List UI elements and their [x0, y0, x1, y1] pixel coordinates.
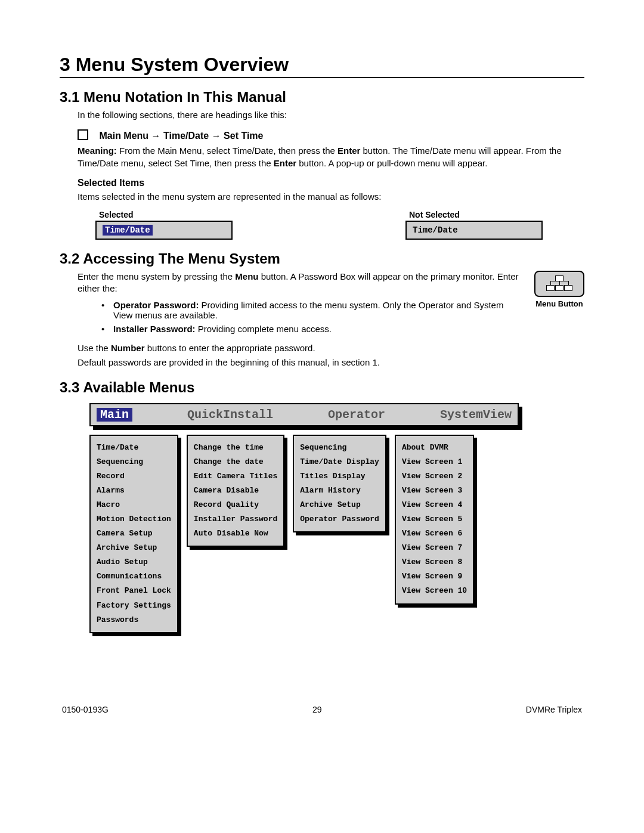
menu-col-systemview: About DVMRView Screen 1View Screen 2View…: [395, 435, 474, 605]
menu-item: Change the time: [194, 441, 277, 455]
page-footer: 0150-0193G 29 DVMRe Triplex: [60, 705, 584, 714]
menu-button-figure: Menu Button: [534, 271, 584, 308]
number-buttons-p: Use the Number buttons to enter the appr…: [78, 342, 584, 354]
menu-item: Sequencing: [97, 455, 171, 469]
menu-button-caption: Menu Button: [534, 299, 584, 308]
selected-cell: Time/Date: [95, 221, 233, 240]
not-selected-header: Not Selected: [405, 209, 543, 221]
menu-tabs-bar: Main QuickInstall Operator SystemView: [89, 403, 519, 426]
menu-item: Alarm History: [300, 484, 379, 498]
menu-bold: Menu: [235, 271, 258, 281]
menu-path-example: Main Menu → Time/Date → Set Time: [78, 129, 584, 141]
menu-item: Communications: [97, 569, 171, 584]
chapter-title: 3 Menu System Overview: [60, 54, 584, 78]
section-32-title: 3.2 Accessing The Menu System: [60, 250, 584, 267]
number-bold: Number: [111, 343, 145, 353]
selected-items-heading: Selected Items: [78, 178, 584, 188]
menu-item: View Screen 8: [402, 555, 467, 569]
menu-item: View Screen 2: [402, 469, 467, 484]
meaning-text-1: From the Main Menu, select Time/Date, th…: [117, 145, 338, 156]
menu-item: Factory Settings: [97, 599, 171, 613]
menu-item: View Screen 1: [402, 455, 467, 469]
menu-col-operator: SequencingTime/Date DisplayTitles Displa…: [293, 435, 386, 532]
menu-item: Camera Disable: [194, 484, 277, 498]
available-menus-figure: Main QuickInstall Operator SystemView Ti…: [89, 403, 519, 633]
section-31-intro: In the following sections, there are hea…: [78, 109, 584, 121]
menu-item: Record: [97, 469, 171, 484]
menu-item: View Screen 3: [402, 484, 467, 498]
meaning-label: Meaning:: [78, 145, 117, 156]
meaning-text-3: button. A pop-up or pull-down menu will …: [296, 158, 487, 168]
selected-items-text: Items selected in the menu system are re…: [78, 191, 584, 203]
installer-password-text: Providing complete menu access.: [196, 324, 332, 334]
operator-password-label: Operator Password:: [113, 300, 199, 310]
menu-item: Record Quality: [194, 498, 277, 512]
menu-item: Change the date: [194, 455, 277, 469]
menu-col-quickinstall: Change the timeChange the dateEdit Camer…: [187, 435, 284, 547]
menu-item: Audio Setup: [97, 555, 171, 569]
selected-table: Selected Time/Date Not Selected Time/Dat…: [95, 209, 584, 240]
menu-item: Camera Setup: [97, 527, 171, 541]
menu-item: View Screen 7: [402, 541, 467, 555]
p2b: buttons to enter the appropriate passwor…: [145, 343, 315, 353]
bullet-icon: •: [101, 324, 113, 334]
menu-item: Sequencing: [300, 441, 379, 455]
bullet-icon: •: [101, 300, 113, 320]
enter-bold-1: Enter: [338, 145, 360, 156]
menu-item: Archive Setup: [300, 498, 379, 512]
menu-item: Time/Date: [97, 441, 171, 455]
menu-item: View Screen 6: [402, 527, 467, 541]
not-selected-value: Time/Date: [413, 225, 458, 235]
footer-center: 29: [312, 705, 322, 714]
section-32-p1: Enter the menu system by pressing the Me…: [78, 271, 584, 295]
menu-item: Front Panel Lock: [97, 584, 171, 598]
bullet-operator: • Operator Password: Providing limited a…: [101, 300, 522, 320]
menu-item: Edit Camera Titles: [194, 469, 277, 484]
checkbox-icon: [78, 129, 88, 140]
selected-value: Time/Date: [103, 225, 153, 236]
footer-right: DVMRe Triplex: [526, 705, 582, 714]
menu-item: View Screen 10: [402, 584, 467, 598]
tab-operator: Operator: [328, 408, 385, 422]
footer-left: 0150-0193G: [62, 705, 109, 714]
menu-item: About DVMR: [402, 441, 467, 455]
menu-item: Archive Setup: [97, 541, 171, 555]
section-33-title: 3.3 Available Menus: [60, 379, 584, 396]
menu-item: View Screen 9: [402, 569, 467, 584]
menu-item: Passwords: [97, 613, 171, 627]
menu-item: View Screen 4: [402, 498, 467, 512]
p2a: Use the: [78, 343, 111, 353]
installer-password-label: Installer Password:: [113, 324, 196, 334]
menu-col-main: Time/DateSequencingRecordAlarmsMacroMoti…: [89, 435, 178, 633]
not-selected-cell: Time/Date: [405, 221, 543, 240]
menu-item: Auto Disable Now: [194, 527, 277, 541]
bullet-installer: • Installer Password: Providing complete…: [101, 324, 584, 334]
menu-item: Alarms: [97, 484, 171, 498]
menu-button-icon: [534, 271, 584, 297]
menu-item: Operator Password: [300, 512, 379, 527]
menu-path-text: Main Menu → Time/Date → Set Time: [99, 131, 263, 141]
menu-item: Time/Date Display: [300, 455, 379, 469]
password-bullets: • Operator Password: Providing limited a…: [101, 300, 584, 337]
tab-main: Main: [97, 408, 132, 422]
meaning-paragraph: Meaning: From the Main Menu, select Time…: [78, 145, 584, 169]
tab-quickinstall: QuickInstall: [187, 408, 273, 422]
menu-item: Titles Display: [300, 469, 379, 484]
menu-item: Motion Detection: [97, 512, 171, 527]
p1a: Enter the menu system by pressing the: [78, 271, 235, 281]
tab-systemview: SystemView: [440, 408, 512, 422]
menu-item: Macro: [97, 498, 171, 512]
enter-bold-2: Enter: [274, 158, 296, 168]
selected-header: Selected: [95, 209, 233, 221]
section-31-title: 3.1 Menu Notation In This Manual: [60, 89, 584, 106]
menu-item: View Screen 5: [402, 512, 467, 527]
menu-item: Installer Password: [194, 512, 277, 527]
default-passwords-p: Default passwords are provided in the be…: [78, 357, 584, 368]
